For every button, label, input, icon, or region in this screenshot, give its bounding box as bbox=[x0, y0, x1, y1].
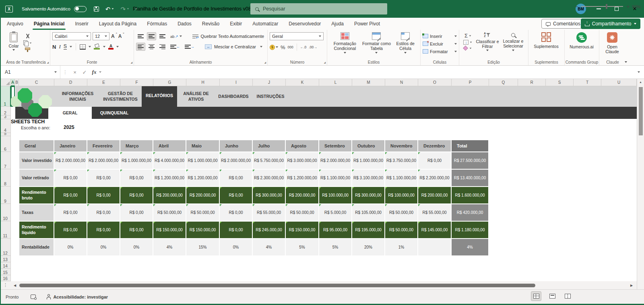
table-cell[interactable]: R$ 2.000.000,00 bbox=[54, 152, 87, 170]
ribbon-tab-dados[interactable]: Dados bbox=[172, 18, 197, 30]
font-size-combo[interactable]: 12 bbox=[93, 32, 109, 40]
table-total-cell[interactable]: R$ 13.400.000,00 bbox=[452, 170, 489, 187]
table-cell[interactable]: 0% bbox=[87, 239, 120, 256]
table-cell[interactable]: R$ 2.000.000,00 bbox=[220, 152, 253, 170]
table-header-setembro[interactable]: Setembro bbox=[319, 140, 352, 152]
table-cell[interactable]: R$ 4.000.000,00 bbox=[153, 152, 186, 170]
sheet-nav-dashboards[interactable]: DASHBOARDS bbox=[215, 86, 252, 107]
zoom-level[interactable]: 90% bbox=[625, 4, 641, 9]
table-cell[interactable]: R$ 3.000.000,00 bbox=[286, 152, 319, 170]
underline-button[interactable]: S bbox=[64, 44, 67, 50]
sheet-tab-grip-icon[interactable]: ⋮ bbox=[3, 282, 8, 288]
column-header-b[interactable]: B bbox=[15, 79, 19, 86]
sheet-subtab-geral[interactable]: GERAL bbox=[48, 107, 92, 119]
macro-record-icon[interactable] bbox=[31, 295, 36, 299]
table-cell[interactable]: R$ 145.000,00 bbox=[418, 222, 452, 239]
paste-button[interactable]: Colar bbox=[4, 32, 23, 52]
column-header-t[interactable]: T bbox=[574, 79, 601, 86]
table-cell[interactable]: R$ 0,00 bbox=[220, 222, 253, 239]
font-color-chevron-icon[interactable] bbox=[116, 46, 119, 48]
formula-bar-expand-chevron-icon[interactable] bbox=[638, 71, 640, 73]
table-cell[interactable]: 0% bbox=[120, 239, 153, 256]
table-cell[interactable]: R$ 150.000,00 bbox=[153, 222, 186, 239]
dialog-launcher-icon[interactable]: ◢ bbox=[264, 61, 266, 64]
table-header-julho[interactable]: Julho bbox=[253, 140, 286, 152]
scroll-right-icon[interactable]: ▶ bbox=[630, 284, 633, 287]
table-cell[interactable]: R$ 1.200.000,00 bbox=[186, 170, 220, 187]
document-title[interactable]: Planilha de Gestão de Portfolio de Inves… bbox=[133, 0, 256, 18]
table-cell[interactable]: 20% bbox=[352, 239, 385, 256]
insert-cells-button[interactable]: Inserir bbox=[423, 32, 457, 40]
underline-chevron-icon[interactable] bbox=[70, 46, 72, 48]
column-header-o[interactable]: O bbox=[418, 79, 452, 86]
table-cell[interactable]: R$ 1.200.000,00 bbox=[286, 170, 319, 187]
decrease-decimal-button[interactable]: .00→ bbox=[309, 45, 317, 49]
table-total-cell[interactable]: 4% bbox=[452, 239, 489, 256]
sheet-subtab-quinquenal[interactable]: QUINQUENAL bbox=[92, 107, 137, 119]
italic-button[interactable]: I bbox=[59, 44, 60, 50]
table-cell[interactable]: R$ 0,00 bbox=[120, 187, 153, 204]
ribbon-tab-pagina-inicial[interactable]: Página Inicial bbox=[29, 18, 70, 30]
table-cell[interactable] bbox=[418, 239, 452, 256]
table-cell[interactable]: R$ 0,00 bbox=[87, 204, 120, 222]
table-total-cell[interactable]: R$ 1.180.000,00 bbox=[452, 222, 489, 239]
column-header-g[interactable]: G bbox=[153, 79, 186, 86]
column-header-h[interactable]: H bbox=[186, 79, 220, 86]
row-header-4[interactable]: 4 bbox=[0, 119, 11, 133]
table-cell[interactable]: R$ 300.000,00 bbox=[253, 187, 286, 204]
format-painter-button[interactable] bbox=[23, 47, 32, 52]
column-header-r[interactable]: R bbox=[518, 79, 546, 86]
horizontal-scrollbar-thumb[interactable] bbox=[19, 284, 535, 287]
increase-indent-button[interactable]: → bbox=[183, 43, 196, 51]
dialog-launcher-icon[interactable]: ◢ bbox=[324, 61, 326, 64]
table-header-maio[interactable]: Maio bbox=[186, 140, 220, 152]
row-header-7[interactable]: 7 bbox=[0, 152, 11, 169]
table-cell[interactable]: R$ 5.750.000,00 bbox=[253, 152, 286, 170]
table-total-cell[interactable]: R$ 1.600.000,00 bbox=[452, 187, 489, 204]
row-header-2[interactable]: 2 bbox=[0, 107, 11, 116]
conditional-formatting-button[interactable]: Formatação Condicional bbox=[329, 32, 361, 54]
zoom-out-button[interactable]: − bbox=[575, 4, 578, 9]
table-cell[interactable]: R$ 1.100.000,00 bbox=[385, 170, 418, 187]
table-cell[interactable]: R$ 50.000,00 bbox=[153, 204, 186, 222]
cancel-entry-button[interactable]: × bbox=[70, 69, 80, 75]
table-cell[interactable]: 0% bbox=[54, 239, 87, 256]
align-middle-button[interactable] bbox=[147, 32, 156, 40]
select-all-corner[interactable] bbox=[0, 79, 11, 86]
table-cell[interactable]: R$ 55.000,00 bbox=[418, 204, 452, 222]
undo-icon[interactable]: ↶ bbox=[105, 6, 111, 12]
ribbon-tab-layout-da-pagina[interactable]: Layout da Página bbox=[94, 18, 142, 30]
save-icon[interactable] bbox=[94, 6, 99, 12]
table-cell[interactable]: R$ 105.000,00 bbox=[352, 204, 385, 222]
percent-format-button[interactable]: % bbox=[281, 45, 285, 50]
row-header-10[interactable]: 10 bbox=[0, 204, 11, 221]
table-cell[interactable]: R$ 150.000,00 bbox=[286, 222, 319, 239]
table-header-novembro[interactable]: Novembro bbox=[385, 140, 418, 152]
column-header-u[interactable]: U bbox=[601, 79, 637, 86]
table-header-marco[interactable]: Março bbox=[120, 140, 153, 152]
sort-filter-button[interactable]: Classificar e Filtrar bbox=[475, 32, 500, 51]
format-cells-button[interactable]: Formatar bbox=[423, 48, 457, 55]
increase-decimal-button[interactable]: ←.0 bbox=[300, 45, 307, 49]
addins-button[interactable]: Suplementos bbox=[530, 32, 562, 49]
table-header-fevereiro[interactable]: Fevereiro bbox=[87, 140, 120, 152]
row-header-6[interactable]: 6 bbox=[0, 136, 11, 152]
row-header-9[interactable]: 9 bbox=[0, 187, 11, 204]
cut-button[interactable] bbox=[23, 33, 32, 39]
table-cell[interactable]: R$ 55.000,00 bbox=[253, 204, 286, 222]
column-header-d[interactable]: D bbox=[54, 79, 87, 86]
vertical-scrollbar[interactable]: ▲ bbox=[637, 79, 644, 281]
ribbon-tab-revisao[interactable]: Revisão bbox=[197, 18, 225, 30]
year-select-value[interactable]: 2025 bbox=[64, 124, 74, 130]
table-cell[interactable]: R$ 0,00 bbox=[120, 204, 153, 222]
table-cell[interactable]: R$ 2.000.000,00 bbox=[319, 152, 352, 170]
ribbon-tab-ajuda[interactable]: Ajuda bbox=[326, 18, 349, 30]
sheet-nav-analise-de-ativos[interactable]: ANÁLISE DE ATIVOS bbox=[177, 86, 215, 107]
autosave-toggle[interactable] bbox=[74, 6, 87, 12]
ribbon-tab-inserir[interactable]: Inserir bbox=[70, 18, 93, 30]
row-header-14[interactable]: 14 bbox=[0, 262, 11, 269]
table-cell[interactable]: R$ 50.000,00 bbox=[385, 204, 418, 222]
clear-button[interactable] bbox=[461, 46, 475, 50]
table-cell[interactable]: R$ 100.000,00 bbox=[319, 187, 352, 204]
bold-button[interactable]: N bbox=[52, 44, 56, 50]
